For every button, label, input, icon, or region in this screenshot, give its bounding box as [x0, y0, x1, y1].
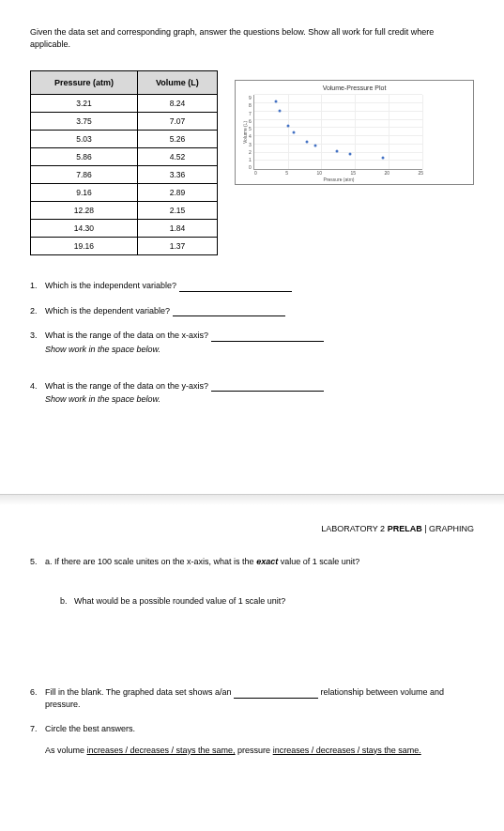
q7-sentence: As volume increases / decreases / stays … — [45, 746, 421, 755]
table-cell: 3.21 — [31, 95, 138, 113]
q5-number: 5. — [30, 556, 45, 636]
q7-text: Circle the best answers. — [45, 724, 135, 733]
chart-point — [335, 150, 338, 153]
q4-number: 4. — [30, 380, 45, 406]
table-cell: 5.03 — [31, 131, 138, 148]
chart-point — [292, 131, 295, 133]
table-cell: 8.24 — [137, 95, 217, 113]
table-row: 3.757.07 — [31, 113, 218, 131]
q6-text-pre: Fill in the blank. The graphed data set … — [45, 687, 234, 697]
q2-blank[interactable] — [173, 307, 285, 316]
table-cell: 5.86 — [31, 148, 138, 166]
q1-text: Which is the independent variable? — [45, 281, 176, 290]
q7-options-2[interactable]: increases / decreases / stays the same. — [273, 746, 421, 755]
q4-text: What is the range of the data on the y-a… — [45, 381, 208, 391]
q5b-label: b. — [60, 596, 68, 606]
chart-container: Volume-Pressure Plot Volume (L) 98765432… — [235, 80, 474, 185]
chart-point — [274, 100, 277, 102]
q4-show-work: Show work in the space below. — [45, 393, 474, 406]
table-cell: 14.30 — [31, 220, 138, 238]
q3-show-work: Show work in the space below. — [45, 344, 474, 356]
table-row: 19.161.37 — [31, 238, 218, 255]
table-cell: 4.52 — [137, 148, 217, 166]
table-cell: 7.07 — [137, 113, 217, 131]
q3-number: 3. — [30, 330, 45, 355]
table-row: 5.864.52 — [31, 148, 218, 166]
q6-number: 6. — [30, 686, 45, 710]
q6-blank[interactable] — [234, 689, 318, 699]
table-row: 7.863.36 — [31, 166, 218, 184]
q3-text: What is the range of the data on the x-a… — [45, 331, 208, 340]
q1-blank[interactable] — [179, 283, 292, 292]
chart-plot-area — [253, 95, 422, 170]
table-cell: 19.16 — [31, 238, 138, 255]
table-cell: 3.75 — [31, 113, 138, 131]
q7-options-1[interactable]: increases / decreases / stays the same, — [87, 746, 236, 755]
q2-text: Which is the dependent variable? — [45, 306, 170, 315]
table-cell: 12.28 — [31, 202, 138, 220]
chart-point — [306, 140, 309, 143]
q5a-text: a. If there are 100 scale unites on the … — [45, 557, 359, 566]
table-cell: 1.37 — [137, 238, 217, 255]
col-header-pressure: Pressure (atm) — [31, 71, 138, 95]
table-cell: 2.89 — [137, 184, 217, 202]
chart-point — [349, 153, 352, 156]
data-table: Pressure (atm) Volume (L) 3.218.243.757.… — [30, 70, 218, 255]
table-row: 3.218.24 — [31, 95, 218, 113]
q2-number: 2. — [30, 305, 45, 317]
chart-point — [278, 110, 281, 113]
chart-point — [286, 125, 289, 128]
table-cell: 7.86 — [31, 166, 138, 184]
chart-ylabel: Volume (L) — [241, 95, 249, 170]
q1-number: 1. — [30, 280, 45, 292]
table-row: 14.301.84 — [31, 220, 218, 238]
col-header-volume: Volume (L) — [137, 71, 217, 95]
chart-point — [314, 144, 317, 146]
table-row: 5.035.26 — [31, 131, 218, 148]
table-cell: 1.84 — [137, 220, 217, 238]
q7-number: 7. — [30, 723, 45, 756]
table-cell: 9.16 — [31, 184, 138, 202]
chart-xlabel: Pressure (atm) — [254, 177, 423, 182]
q3-blank[interactable] — [211, 332, 324, 342]
table-cell: 5.26 — [137, 131, 217, 148]
table-cell: 2.15 — [137, 202, 217, 220]
page-divider — [0, 494, 504, 505]
table-row: 9.162.89 — [31, 184, 218, 202]
q4-blank[interactable] — [211, 382, 324, 392]
chart-point — [381, 157, 384, 160]
instructions-text: Given the data set and corresponding gra… — [30, 26, 474, 50]
table-cell: 3.36 — [137, 166, 217, 184]
chart-xticks: 0510152025 — [254, 170, 423, 176]
page2-header: LABORATORY 2 PRELAB | GRAPHING — [30, 524, 474, 533]
q5b-text: What would be a possible rounded value o… — [74, 596, 285, 606]
table-row: 12.282.15 — [31, 202, 218, 220]
chart-title: Volume-Pressure Plot — [241, 85, 467, 91]
